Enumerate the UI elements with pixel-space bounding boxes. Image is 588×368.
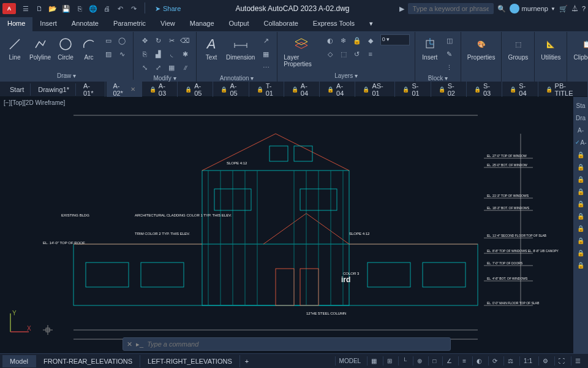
erase-icon[interactable]: ⌫ [179, 34, 191, 47]
layer-panel-item[interactable]: 🔒 [573, 222, 588, 234]
layer-panel-item[interactable]: 🔒 [573, 161, 588, 173]
close-icon[interactable]: ✕ [127, 340, 132, 348]
grid-icon[interactable]: ▦ [367, 356, 380, 366]
rotate-icon[interactable]: ↻ [152, 34, 164, 47]
search-input[interactable] [408, 3, 494, 14]
model-space-button[interactable]: MODEL [335, 356, 365, 366]
move-icon[interactable]: ✥ [138, 34, 151, 47]
saveas-icon[interactable]: ⎘ [74, 2, 86, 15]
layer-freeze-icon[interactable]: ❄ [337, 34, 350, 47]
layer-panel-item[interactable]: 🔒 [573, 259, 588, 271]
menu-tab-view[interactable]: View [153, 17, 183, 31]
spline-icon[interactable]: ∿ [116, 48, 128, 60]
file-tab[interactable]: 🔒A-04 [321, 80, 355, 99]
leader-icon[interactable]: ↗ [260, 34, 272, 47]
menu-tab-collaborate[interactable]: Collaborate [257, 17, 306, 31]
layer-panel-item[interactable]: 🔒 [573, 234, 588, 247]
menu-tab-parametric[interactable]: Parametric [106, 17, 153, 31]
undo-icon[interactable]: ↶ [114, 2, 126, 15]
gear-icon[interactable]: ⚙ [538, 356, 552, 366]
file-tab[interactable]: 🔒A-05 [214, 80, 249, 99]
layer-panel-item[interactable]: 🔒 [573, 185, 588, 197]
menu-tab-insert[interactable]: Insert [32, 17, 64, 31]
file-tab[interactable]: Drawing1* [32, 83, 76, 96]
layout-tab[interactable]: LEFT-RIGHT_ELEVATIONS [140, 355, 240, 367]
menu-icon[interactable]: ☰ [20, 2, 32, 15]
block-attr-icon[interactable]: ⋮ [443, 61, 456, 74]
share-button[interactable]: ➤ Share [150, 2, 186, 15]
layer-iso-icon[interactable]: ◇ [324, 48, 336, 60]
file-tab[interactable]: 🔒A-04 [285, 80, 320, 99]
layer-off-icon[interactable]: ◐ [324, 34, 336, 47]
layer-color-icon[interactable]: ◆ [364, 34, 377, 47]
scale-button[interactable]: 1:1 [519, 356, 536, 366]
command-line[interactable]: ✕ ▸_ [123, 337, 451, 351]
groups-tool[interactable]: ⬚Groups [507, 34, 529, 62]
file-tab[interactable]: Start [4, 83, 31, 96]
layer-dropdown[interactable]: 0 ▾ [380, 34, 410, 45]
snap-icon[interactable]: ⊞ [383, 356, 396, 366]
copy-icon[interactable]: ⎘ [138, 48, 151, 60]
otrack-icon[interactable]: ∠ [442, 356, 456, 366]
layout-tab[interactable]: Model [2, 355, 36, 367]
file-tab[interactable]: 🔒S-04 [503, 80, 538, 99]
file-tab[interactable]: 🔒S-01 [396, 80, 431, 99]
layer-panel-item[interactable]: 🔒 [573, 197, 588, 210]
file-tab[interactable]: 🔒A-03 [143, 80, 178, 99]
block-create-icon[interactable]: ◫ [443, 34, 456, 47]
search-icon[interactable]: 🔍 [497, 5, 506, 13]
osnap-icon[interactable]: □ [428, 356, 440, 366]
new-icon[interactable]: 🗋 [33, 2, 45, 15]
layer-panel-item[interactable]: Dra [573, 112, 588, 124]
menu-tab-express tools[interactable]: Express Tools [306, 17, 362, 31]
file-tab[interactable]: 🔒S-02 [432, 80, 467, 99]
drawing-canvas[interactable]: [−][Top][2D Wireframe] [0, 97, 573, 353]
line-tool[interactable]: Line [5, 34, 24, 62]
clipboard-tool[interactable]: 📋Clipboard [572, 34, 588, 62]
polyline-tool[interactable]: Polyline [28, 34, 52, 62]
play-icon[interactable]: ▶ [399, 5, 404, 13]
layer-state-icon[interactable]: ≡ [364, 48, 377, 60]
properties-tool[interactable]: 🎨Properties [466, 34, 497, 62]
dimension-tool[interactable]: Dimension [225, 34, 256, 62]
user-chip[interactable]: murnenp ▼ [510, 4, 556, 13]
layout-tab[interactable]: FRONT-REAR_ELEVATIONS [36, 355, 140, 367]
plot-icon[interactable]: 🖨 [100, 2, 113, 15]
mirror-icon[interactable]: ▟ [152, 48, 164, 60]
layer-panel-item[interactable]: 🔒 [573, 148, 588, 161]
file-tab[interactable]: A-01* [77, 80, 105, 99]
cart-icon[interactable]: 🛒 [559, 5, 568, 13]
circle-tool[interactable]: Circle [56, 34, 75, 62]
file-tab[interactable]: A-02*✕ [107, 80, 141, 99]
file-tab[interactable]: 🔒A-05 [179, 80, 213, 99]
hatch-icon[interactable]: ▨ [102, 48, 115, 60]
file-tab[interactable]: 🔒AS-01 [356, 80, 395, 99]
file-tab[interactable]: 🔒T-01 [251, 80, 284, 99]
file-tab[interactable]: 🔒S-03 [468, 80, 502, 99]
lineweight-icon[interactable]: ≡ [458, 356, 470, 366]
ucs-icon[interactable]: Y X [7, 310, 32, 335]
menu-tab-output[interactable]: Output [222, 17, 257, 31]
menu-tab-manage[interactable]: Manage [183, 17, 222, 31]
layer-prev-icon[interactable]: ↺ [351, 48, 363, 60]
polar-icon[interactable]: ⊕ [413, 356, 426, 366]
scale-icon[interactable]: ⤢ [152, 61, 164, 74]
block-edit-icon[interactable]: ✎ [443, 48, 456, 60]
layer-panel-item[interactable]: A- [573, 124, 588, 136]
fillet-icon[interactable]: ◟ [165, 48, 178, 60]
ortho-icon[interactable]: └ [398, 356, 410, 366]
layer-properties-tool[interactable]: Layer Properties [282, 34, 320, 69]
command-input[interactable] [147, 340, 447, 348]
layer-panel-item[interactable]: Sta [573, 99, 588, 112]
layer-panel-item[interactable]: 🔒 [573, 247, 588, 259]
transparency-icon[interactable]: ◐ [472, 356, 486, 366]
cycling-icon[interactable]: ⟳ [488, 356, 501, 366]
more-icon[interactable]: ⋯ [260, 61, 272, 74]
layer-lock-icon[interactable]: 🔒 [351, 34, 363, 47]
fullscreen-icon[interactable]: ⛶ [554, 356, 568, 366]
layer-match-icon[interactable]: ⬚ [337, 48, 350, 60]
table-icon[interactable]: ▦ [260, 48, 272, 60]
help-icon[interactable]: ? [582, 5, 586, 12]
annoscale-icon[interactable]: ⚖ [503, 356, 517, 366]
apps-icon[interactable]: ⏃ [571, 5, 578, 12]
